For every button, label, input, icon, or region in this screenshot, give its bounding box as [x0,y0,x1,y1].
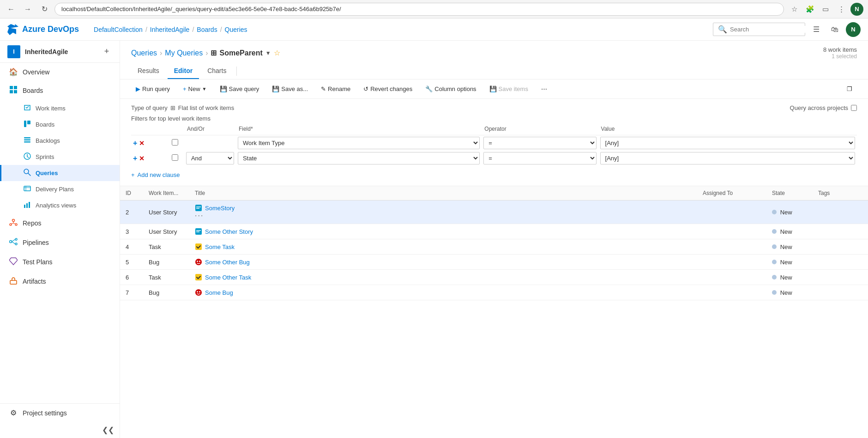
svg-rect-29 [10,280,17,284]
sidebar-label-artifacts: Artifacts [23,278,46,285]
add-clause-button[interactable]: + Add new clause [131,170,857,180]
table-row-5[interactable]: 5 Bug Some Other Bug New [120,255,868,270]
project-avatar: I [7,45,20,58]
add-project-button[interactable]: + [101,46,112,57]
table-row-2[interactable]: 2 User Story SomeStory ··· New [120,201,868,224]
breadcrumb-default-collection[interactable]: DefaultCollection [94,26,143,33]
expand-button[interactable]: ❐ [842,83,857,95]
results-header-row: ID Work Item... Title Assigned To State … [120,186,868,201]
table-row-6[interactable]: 6 Task Some Other Task New [120,270,868,285]
filter-row-2-add[interactable]: + [133,154,137,163]
sidebar-item-overview[interactable]: 🏠 Overview [0,63,120,81]
sidebar-item-boards-header[interactable]: Boards [0,81,120,100]
col-header-actions [131,125,170,135]
sidebar-item-analytics[interactable]: Analytics views [0,197,120,213]
save-as-button[interactable]: 💾 Save as... [267,83,313,95]
breadcrumb-dropdown-icon[interactable]: ▼ [265,50,271,56]
table-row-3[interactable]: 3 User Story Some Other Story New [120,224,868,239]
sidebar-item-backlogs[interactable]: Backlogs [0,133,120,149]
sidebar-item-queries[interactable]: Queries [0,165,120,181]
filter-row-1-operator[interactable]: = [483,137,596,149]
run-query-button[interactable]: ▶ Run query [131,83,175,95]
row-actions-2[interactable]: ··· [195,212,204,219]
new-button[interactable]: + New ▼ [178,83,211,95]
breadcrumb-my-queries-link[interactable]: My Queries [165,49,203,57]
sidebar-item-repos[interactable]: Repos [0,213,120,233]
sidebar-item-pipelines[interactable]: Pipelines [0,233,120,252]
svg-rect-12 [24,186,30,191]
bookmark-icon[interactable]: ☆ [788,3,801,16]
breadcrumb-queries[interactable]: Queries [225,26,247,33]
table-row-7[interactable]: 7 Bug Some Bug New [120,285,868,300]
breadcrumb-boards[interactable]: Boards [197,26,217,33]
topbar-user-avatar[interactable]: N [846,22,861,37]
sidebar-item-project-settings[interactable]: ⚙ Project settings [0,404,120,422]
table-row-4[interactable]: 4 Task Some Task New [120,239,868,255]
query-across-checkbox[interactable] [851,105,857,111]
filter-row-2-remove[interactable]: ✕ [139,155,145,162]
extensions-icon[interactable]: 🧩 [803,3,816,16]
filter-row-2-andor[interactable]: And Or [186,152,234,164]
cast-icon[interactable]: ▭ [819,3,832,16]
work-item-link-7[interactable]: Some Bug [195,289,692,296]
svg-line-23 [13,223,16,224]
work-item-link-6[interactable]: Some Other Task [195,274,692,281]
browser-user-avatar[interactable]: N [850,3,863,16]
cell-title-6: Some Other Task [189,270,697,285]
more-icon[interactable]: ⋮ [835,3,848,16]
cell-id-6: 6 [120,270,143,285]
rename-button[interactable]: ✎ Rename [316,83,355,95]
work-item-icon-6 [195,274,202,281]
sidebar-item-work-items[interactable]: Work items [0,100,120,116]
breadcrumb-queries-link[interactable]: Queries [131,49,157,57]
forward-button[interactable]: → [21,3,34,16]
cart-icon[interactable]: 🛍 [827,22,842,37]
tab-charts[interactable]: Charts [201,63,233,79]
sidebar-item-sprints[interactable]: Sprints [0,149,120,165]
filter-row-2-value[interactable]: [Any] [600,152,855,164]
breadcrumb-inherited-agile[interactable]: InheritedAgile [150,26,190,33]
sidebar-item-test-plans[interactable]: Test Plans [0,252,120,272]
filter-row-2-field[interactable]: State [238,152,480,164]
filter-row-2-operator[interactable]: = [483,152,596,164]
work-item-link-3[interactable]: Some Other Story [195,228,692,235]
sidebar-item-boards[interactable]: Boards [0,116,120,133]
app-logo[interactable]: Azure DevOps [7,24,79,35]
work-item-link-4[interactable]: Some Task [195,243,692,250]
page-breadcrumb: Queries › My Queries › ⊞ SomeParent ▼ ☆ [131,49,280,57]
save-query-button[interactable]: 💾 Save query [215,83,264,95]
sidebar-item-delivery-plans[interactable]: Delivery Plans [0,181,120,197]
back-button[interactable]: ← [5,3,18,16]
breadcrumb-current-label: SomeParent [219,49,262,57]
save-query-icon: 💾 [220,85,227,92]
sidebar-item-artifacts[interactable]: Artifacts [0,272,120,291]
filter-row-1-checkbox[interactable] [172,139,178,146]
svg-point-26 [15,243,17,245]
more-options-button[interactable]: ⋯ [536,83,552,95]
address-bar[interactable]: localhost/DefaultCollection/InheritedAgi… [54,3,784,16]
search-box[interactable]: 🔍 [713,23,805,36]
tab-editor[interactable]: Editor [168,63,199,79]
query-editor: Type of query ⊞ Flat list of work items … [120,99,868,186]
filter-row-1-value[interactable]: [Any] [600,137,855,149]
reload-button[interactable]: ↻ [38,3,51,16]
tab-results[interactable]: Results [131,63,166,79]
cell-type-2: User Story [143,201,189,224]
filter-row-1-field[interactable]: Work Item Type [238,137,480,149]
revert-changes-button[interactable]: ↺ Revert changes [359,83,417,95]
svg-rect-35 [196,231,199,232]
sidebar-collapse-button[interactable]: ❮❮ [0,422,120,438]
query-type-row: Type of query ⊞ Flat list of work items … [131,104,857,111]
settings-icon[interactable]: ☰ [809,22,824,37]
save-items-button[interactable]: 💾 Save items [485,83,533,95]
work-item-link-2[interactable]: SomeStory [195,204,692,212]
breadcrumb-star-icon[interactable]: ☆ [274,49,280,57]
sidebar-label-queries: Queries [36,170,58,176]
filter-row-1-add[interactable]: + [133,139,137,147]
filter-row-1-remove[interactable]: ✕ [139,140,145,147]
filter-row-2-checkbox[interactable] [172,154,178,161]
work-item-link-5[interactable]: Some Other Bug [195,258,692,266]
column-options-button[interactable]: 🔧 Column options [421,83,481,95]
search-input[interactable] [730,26,808,33]
svg-rect-5 [27,121,30,124]
